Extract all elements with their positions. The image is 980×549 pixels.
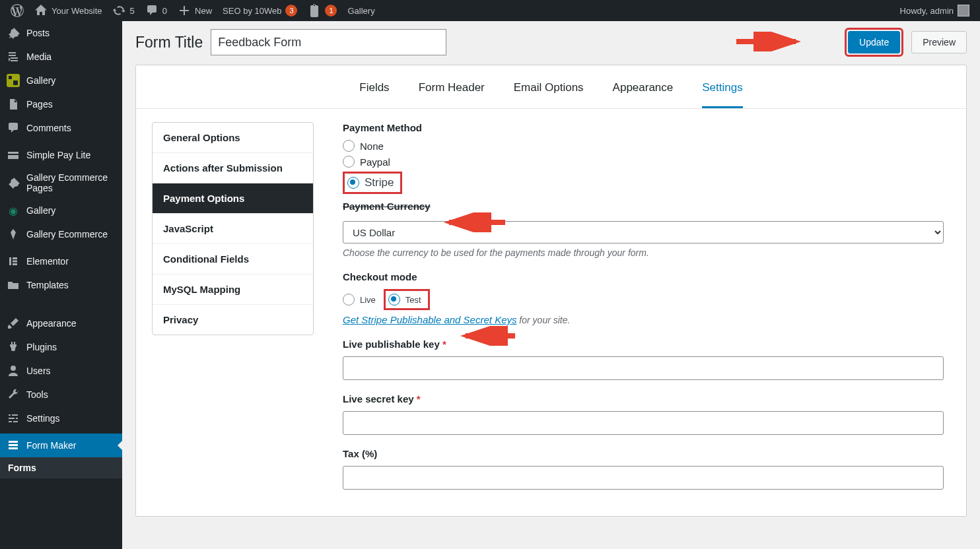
side-tab-privacy[interactable]: Privacy <box>153 305 313 335</box>
radio-label: None <box>360 141 384 152</box>
side-tab-javascript[interactable]: JavaScript <box>153 214 313 244</box>
plus-icon <box>178 4 191 17</box>
sidebar-item-posts[interactable]: Posts <box>0 21 122 45</box>
radio-live[interactable]: Live <box>343 294 376 306</box>
sidebar-item-tools[interactable]: Tools <box>0 383 122 406</box>
settings-form: Payment Method None Paypal Stripe <box>343 122 950 503</box>
sidebar-item-elementor[interactable]: Elementor <box>0 249 122 273</box>
pin-icon <box>7 176 20 189</box>
stripe-keys-link[interactable]: Get Stripe Publishable and Secret Keys <box>343 314 516 325</box>
currency-select[interactable]: US Dollar <box>343 221 944 243</box>
sidebar-submenu: Forms <box>0 457 122 478</box>
sidebar-item-label: Posts <box>26 28 50 38</box>
update-button[interactable]: Update <box>848 31 900 53</box>
gallery-adminbar-link[interactable]: Gallery <box>342 0 380 21</box>
new-content-link[interactable]: New <box>172 0 217 21</box>
sidebar-item-label: Gallery Ecommerce Pages <box>26 172 116 193</box>
side-tab-mysql[interactable]: MySQL Mapping <box>153 274 313 305</box>
required-asterisk: * <box>417 393 421 404</box>
seo-link[interactable]: SEO by 10Web 3 <box>217 0 302 21</box>
sidebar-subitem-forms[interactable]: Forms <box>0 457 122 478</box>
sidebar-item-templates[interactable]: Templates <box>0 273 122 297</box>
radio-label: Test <box>405 295 421 305</box>
my-account-link[interactable]: Howdy, admin <box>895 0 975 21</box>
sidebar-item-plugins[interactable]: Plugins <box>0 335 122 359</box>
radio-none-input[interactable] <box>343 140 355 152</box>
tab-appearance[interactable]: Appearance <box>613 79 674 108</box>
live-secret-key-input[interactable] <box>343 411 944 435</box>
checkout-mode-label: Checkout mode <box>343 271 944 282</box>
site-name-link[interactable]: Your Website <box>29 0 108 21</box>
wp-logo[interactable] <box>5 0 29 21</box>
sidebar-item-label: Plugins <box>26 342 57 352</box>
sidebar-item-gallery-ecom[interactable]: Gallery Ecommerce <box>0 222 122 246</box>
side-tab-conditional[interactable]: Conditional Fields <box>153 244 313 274</box>
sidebar-item-label: Gallery <box>26 75 55 86</box>
pin-icon <box>7 26 20 40</box>
brush-icon <box>7 317 20 330</box>
payment-method-label: Payment Method <box>343 122 944 133</box>
yoast-count-badge: 1 <box>325 5 337 16</box>
media-icon <box>7 50 20 63</box>
sidebar-item-media[interactable]: Media <box>0 45 122 69</box>
live-pub-key-input[interactable] <box>343 356 944 380</box>
updates-link[interactable]: 5 <box>108 0 140 21</box>
sliders-icon <box>7 412 20 425</box>
sidebar-item-label: Tools <box>26 389 48 400</box>
tab-email-options[interactable]: Email Options <box>514 79 584 108</box>
radio-paypal-input[interactable] <box>343 156 355 168</box>
plug-icon <box>7 340 20 354</box>
radio-test[interactable]: Test <box>388 294 421 306</box>
preview-button[interactable]: Preview <box>911 31 967 53</box>
main-content: Form Title Update Preview Fields Form He… <box>122 21 980 549</box>
tab-fields[interactable]: Fields <box>359 79 389 108</box>
side-tab-actions[interactable]: Actions after Submission <box>153 153 313 183</box>
sidebar-item-gallery-1[interactable]: Gallery <box>0 69 122 92</box>
diamond-icon <box>7 228 20 241</box>
update-icon <box>113 4 126 17</box>
sidebar-item-label: Elementor <box>26 256 69 267</box>
comments-link[interactable]: 0 <box>140 0 172 21</box>
radio-test-input[interactable] <box>388 294 400 306</box>
currency-hint: Choose the currency to be used for the p… <box>343 247 944 258</box>
pages-icon <box>7 98 20 111</box>
form-header-bar: Form Title Update Preview <box>135 28 967 57</box>
stripe-keys-tail: for your site. <box>516 315 570 325</box>
sidebar-item-label: Form Maker <box>26 440 76 451</box>
sidebar-item-simple-pay[interactable]: Simple Pay Lite <box>0 143 122 167</box>
radio-stripe[interactable]: Stripe <box>347 176 394 189</box>
tax-input[interactable] <box>343 466 944 490</box>
form-title-input[interactable] <box>211 29 446 55</box>
radio-none[interactable]: None <box>343 140 944 152</box>
camera-icon: ◉ <box>7 204 20 217</box>
tab-settings[interactable]: Settings <box>702 79 742 108</box>
site-name: Your Website <box>52 6 102 16</box>
elementor-icon <box>7 255 20 268</box>
yoast-link[interactable]: 1 <box>302 0 342 21</box>
tax-label: Tax (%) <box>343 448 944 459</box>
sidebar-item-comments[interactable]: Comments <box>0 116 122 140</box>
live-secret-key-group: Live secret key * <box>343 393 944 435</box>
stripe-highlight: Stripe <box>343 172 402 194</box>
editor-panel: Fields Form Header Email Options Appeara… <box>135 65 967 517</box>
checkout-mode-group: Checkout mode Live Test <box>343 271 944 325</box>
tab-form-header[interactable]: Form Header <box>419 79 485 108</box>
wp-admin-bar: Your Website 5 0 New SEO by 10Web 3 1 Ga… <box>0 0 980 21</box>
sidebar-item-users[interactable]: Users <box>0 359 122 383</box>
radio-paypal[interactable]: Paypal <box>343 156 944 168</box>
side-tab-payment[interactable]: Payment Options <box>153 183 313 214</box>
radio-stripe-input[interactable] <box>347 177 359 189</box>
seo-label: SEO by 10Web <box>223 6 281 16</box>
side-tab-general[interactable]: General Options <box>153 123 313 153</box>
sidebar-item-pages[interactable]: Pages <box>0 92 122 116</box>
gallery-grid-icon <box>7 74 20 87</box>
tab-bar: Fields Form Header Email Options Appeara… <box>136 65 966 109</box>
sidebar-item-gallery-2[interactable]: ◉ Gallery <box>0 199 122 222</box>
sidebar-item-appearance[interactable]: Appearance <box>0 311 122 335</box>
settings-side-tabs: General Options Actions after Submission… <box>152 122 314 335</box>
sidebar-item-form-maker[interactable]: Form Maker <box>0 434 122 457</box>
sidebar-item-gallery-ecom-pages[interactable]: Gallery Ecommerce Pages <box>0 167 122 199</box>
radio-live-input[interactable] <box>343 294 355 306</box>
payment-method-group: Payment Method None Paypal Stripe <box>343 122 944 194</box>
sidebar-item-settings[interactable]: Settings <box>0 406 122 430</box>
